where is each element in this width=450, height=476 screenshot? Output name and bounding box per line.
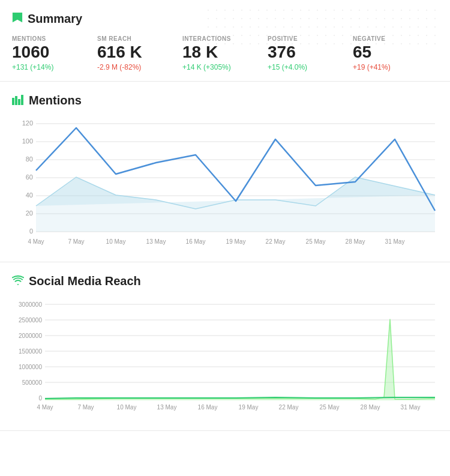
summary-header: Summary — [12, 12, 438, 26]
svg-text:4 May: 4 May — [28, 238, 44, 245]
summary-title: Summary — [28, 12, 82, 26]
svg-text:25 May: 25 May — [320, 404, 340, 411]
metric-label: POSITIVE — [268, 35, 353, 42]
svg-text:31 May: 31 May — [385, 238, 405, 245]
svg-text:31 May: 31 May — [401, 404, 421, 411]
metric-change: -2.9 M (-82%) — [97, 63, 182, 71]
svg-text:40: 40 — [26, 191, 33, 199]
metric-item-positive: POSITIVE 376 +15 (+4.0%) — [268, 35, 353, 71]
reach-section: Social Media Reach 0 500000 1000000 1500… — [0, 262, 450, 431]
svg-text:7 May: 7 May — [77, 404, 94, 411]
svg-marker-44 — [45, 319, 435, 400]
metric-change: +19 (+41%) — [353, 63, 438, 71]
svg-text:2500000: 2500000 — [19, 317, 42, 324]
svg-text:22 May: 22 May — [266, 238, 286, 245]
svg-text:2000000: 2000000 — [19, 333, 42, 339]
metric-change: +131 (+14%) — [12, 63, 97, 71]
mentions-section: Mentions 0 20 40 60 80 100 120 — [0, 82, 450, 262]
mentions-chart-container: 0 20 40 60 80 100 120 4 May 7 — [12, 118, 438, 252]
svg-text:500000: 500000 — [22, 379, 43, 386]
svg-text:60: 60 — [26, 173, 33, 181]
metric-label: NEGATIVE — [353, 35, 438, 42]
svg-text:1000000: 1000000 — [19, 364, 42, 370]
svg-text:25 May: 25 May — [306, 238, 326, 245]
bookmark-icon — [12, 13, 23, 26]
metric-item-sm-reach: SM REACH 616 K -2.9 M (-82%) — [97, 35, 182, 71]
metric-item-mentions: MENTIONS 1060 +131 (+14%) — [12, 35, 97, 71]
svg-rect-3 — [18, 99, 20, 105]
svg-text:28 May: 28 May — [346, 238, 365, 245]
metric-value: 18 K — [182, 43, 268, 62]
svg-text:1500000: 1500000 — [19, 348, 42, 355]
svg-text:22 May: 22 May — [279, 404, 299, 411]
metric-value: 65 — [353, 43, 438, 62]
mentions-header: Mentions — [12, 94, 438, 108]
svg-text:120: 120 — [22, 119, 33, 127]
metrics-row: MENTIONS 1060 +131 (+14%) SM REACH 616 K… — [12, 35, 438, 71]
svg-text:13 May: 13 May — [146, 238, 166, 245]
svg-text:3000000: 3000000 — [19, 301, 42, 308]
metric-value: 376 — [268, 43, 353, 62]
wifi-icon — [12, 274, 24, 289]
svg-marker-0 — [13, 13, 22, 22]
svg-text:10 May: 10 May — [106, 238, 126, 245]
svg-rect-1 — [12, 98, 14, 105]
reach-header: Social Media Reach — [12, 274, 438, 289]
metric-item-negative: NEGATIVE 65 +19 (+41%) — [353, 35, 438, 71]
metric-change: +14 K (+305%) — [182, 63, 268, 71]
metric-label: MENTIONS — [12, 35, 97, 42]
svg-text:19 May: 19 May — [239, 404, 259, 411]
svg-text:16 May: 16 May — [186, 238, 206, 245]
summary-section: Summary MENTIONS 1060 +131 (+14%) SM REA… — [0, 0, 450, 82]
mentions-chart: 0 20 40 60 80 100 120 4 May 7 — [12, 118, 438, 250]
svg-text:100: 100 — [22, 137, 33, 145]
svg-text:19 May: 19 May — [226, 238, 246, 245]
metric-value: 616 K — [97, 43, 182, 62]
svg-text:7 May: 7 May — [68, 238, 84, 245]
reach-chart: 0 500000 1000000 1500000 2000000 2500000… — [12, 298, 438, 418]
metric-label: INTERACTIONS — [182, 35, 268, 42]
svg-rect-4 — [21, 95, 23, 105]
svg-text:28 May: 28 May — [361, 404, 380, 411]
svg-text:4 May: 4 May — [37, 404, 53, 411]
svg-text:13 May: 13 May — [157, 404, 177, 411]
svg-text:0: 0 — [29, 227, 33, 235]
svg-rect-2 — [15, 96, 17, 105]
reach-chart-container: 0 500000 1000000 1500000 2000000 2500000… — [12, 298, 438, 421]
svg-text:0: 0 — [38, 395, 42, 402]
reach-title: Social Media Reach — [29, 274, 141, 288]
metric-value: 1060 — [12, 43, 97, 62]
mentions-title: Mentions — [29, 94, 82, 107]
metric-label: SM REACH — [97, 35, 182, 42]
svg-marker-19 — [36, 177, 435, 232]
svg-text:16 May: 16 May — [198, 404, 218, 411]
metric-change: +15 (+4.0%) — [268, 63, 353, 71]
bar-chart-icon — [12, 94, 24, 108]
svg-text:10 May: 10 May — [117, 404, 137, 411]
metric-item-interactions: INTERACTIONS 18 K +14 K (+305%) — [182, 35, 268, 71]
svg-text:20: 20 — [26, 209, 33, 217]
svg-text:80: 80 — [26, 155, 33, 163]
